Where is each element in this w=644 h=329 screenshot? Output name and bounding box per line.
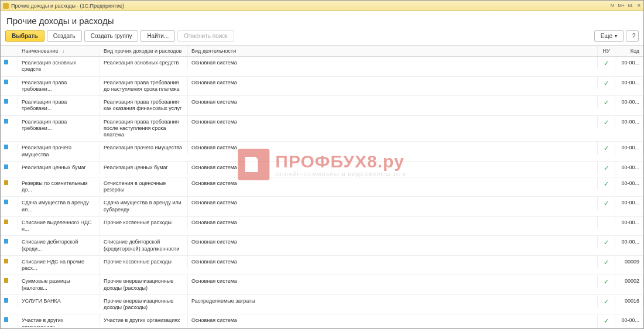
- row-type-icon: [1, 275, 18, 287]
- check-icon: ✓: [604, 317, 609, 324]
- cancel-find-button[interactable]: Отменить поиск: [177, 30, 234, 42]
- table-headers: Наименование ↓ Вид прочих доходов и расх…: [1, 46, 643, 57]
- row-code: 00-00...: [615, 116, 643, 128]
- titlebar: Прочие доходы и расходы · (1С:Предприяти…: [1, 1, 643, 11]
- row-code: 00-00...: [615, 162, 643, 174]
- table-row[interactable]: Реализация права требовани...Реализация …: [1, 96, 643, 116]
- row-code: 00016: [615, 295, 643, 307]
- row-activity: Основная система: [188, 236, 598, 248]
- help-button[interactable]: ?: [626, 30, 639, 42]
- row-name: Реализация права требовани...: [18, 116, 100, 135]
- check-icon: ✓: [604, 60, 609, 67]
- check-icon: ✓: [604, 298, 609, 305]
- chevron-down-icon: ▾: [615, 33, 617, 39]
- row-type-icon: [1, 295, 18, 307]
- row-activity: Основная система: [188, 162, 598, 174]
- row-name: Реализация ценных бумаг: [18, 162, 100, 174]
- row-type: Реализация права требования до наступлен…: [100, 77, 188, 96]
- row-type: Реализация права требования как оказания…: [100, 96, 188, 115]
- row-type: Сдача имущества в аренду или субаренду: [100, 197, 188, 216]
- toolbar: Выбрать Создать Создать группу Найти... …: [1, 29, 643, 46]
- row-type: Реализация основных средств: [100, 57, 188, 69]
- row-nu: [598, 217, 615, 222]
- mem-mminus-button[interactable]: M-: [628, 3, 633, 8]
- row-name: Списание дебиторской (креди...: [18, 236, 100, 255]
- header-code[interactable]: Код: [615, 46, 643, 56]
- row-type-icon: [1, 142, 18, 154]
- table-row[interactable]: Резервы по сомнительным до...Отчисления …: [1, 177, 643, 197]
- page-title: Прочие доходы и расходы: [1, 11, 643, 29]
- row-type-icon: [1, 162, 18, 174]
- row-type: Списание дебиторской (кредиторской) задо…: [100, 236, 188, 255]
- row-name: Реализация основных средств: [18, 57, 100, 76]
- row-type-icon: [1, 116, 18, 128]
- row-name: Реализация права требовани...: [18, 77, 100, 96]
- row-nu: ✓: [598, 162, 615, 176]
- row-name: Резервы по сомнительным до...: [18, 177, 100, 197]
- row-code: 00-00...: [615, 314, 643, 327]
- row-nu: ✓: [598, 116, 615, 130]
- create-group-button[interactable]: Создать группу: [84, 30, 139, 42]
- table-row[interactable]: Реализация ценных бумагРеализация ценных…: [1, 162, 643, 177]
- header-icon[interactable]: [1, 46, 18, 56]
- table-row[interactable]: Суммовые разницы (налогов...Прочие внере…: [1, 275, 643, 295]
- table-row[interactable]: Реализация права требовани...Реализация …: [1, 77, 643, 97]
- row-activity: Основная система: [188, 275, 598, 287]
- table-row[interactable]: Списание дебиторской (креди...Списание д…: [1, 236, 643, 256]
- more-button[interactable]: Еще ▾: [594, 30, 624, 42]
- table-row[interactable]: Списание НДС на прочие расх...Прочие кос…: [1, 256, 643, 276]
- select-button[interactable]: Выбрать: [5, 30, 44, 42]
- table-row[interactable]: Реализация права требовани...Реализация …: [1, 116, 643, 142]
- mem-m-button[interactable]: M: [611, 3, 615, 8]
- create-button[interactable]: Создать: [47, 30, 82, 42]
- row-name: УСЛУГИ БАНКА: [18, 295, 100, 307]
- row-type-icon: [1, 217, 18, 229]
- row-activity: Основная система: [188, 314, 598, 327]
- row-activity: Основная система: [188, 256, 598, 268]
- row-code: 00-00...: [615, 217, 643, 229]
- header-name[interactable]: Наименование ↓: [18, 46, 100, 56]
- row-nu: ✓: [598, 314, 615, 327]
- table-row[interactable]: Реализация основных средствРеализация ос…: [1, 57, 643, 77]
- row-name: Реализация прочего имущества: [18, 142, 100, 161]
- row-code: 00009: [615, 256, 643, 268]
- table-row[interactable]: Реализация прочего имуществаРеализация п…: [1, 142, 643, 162]
- row-nu: ✓: [598, 96, 615, 110]
- row-nu: ✓: [598, 236, 615, 250]
- titlebar-text: Прочие доходы и расходы · (1С:Предприяти…: [11, 3, 611, 9]
- app-icon: [3, 3, 9, 9]
- row-name: Участие в других организациях: [18, 314, 100, 327]
- check-icon: ✓: [604, 278, 609, 285]
- header-activity[interactable]: Вид деятельности: [188, 46, 598, 56]
- header-type[interactable]: Вид прочих доходов и расходов: [100, 46, 188, 56]
- row-activity: Основная система: [188, 116, 598, 128]
- row-type: Отчисления в оценочные резервы: [100, 177, 188, 197]
- table-row[interactable]: Списание выделенного НДС н...Прочие косв…: [1, 217, 643, 237]
- row-type-icon: [1, 96, 18, 108]
- table-row[interactable]: УСЛУГИ БАНКАПрочие внереализационные дох…: [1, 295, 643, 315]
- check-icon: ✓: [604, 164, 609, 172]
- table-row[interactable]: Участие в других организацияхУчастие в д…: [1, 314, 643, 327]
- row-code: 00002: [615, 275, 643, 287]
- check-icon: ✓: [604, 99, 609, 106]
- row-name: Реализация права требовани...: [18, 96, 100, 115]
- row-activity: Основная система: [188, 177, 598, 190]
- sort-asc-icon: ↓: [62, 49, 64, 54]
- row-activity: Основная система: [188, 217, 598, 229]
- row-nu: ✓: [598, 77, 615, 91]
- find-button[interactable]: Найти...: [141, 30, 175, 42]
- mem-mplus-button[interactable]: M+: [618, 3, 624, 8]
- header-nu[interactable]: НУ: [598, 46, 615, 56]
- row-type: Реализация прочего имущества: [100, 142, 188, 154]
- row-name: Списание НДС на прочие расх...: [18, 256, 100, 275]
- row-name: Списание выделенного НДС н...: [18, 217, 100, 236]
- app-window: Прочие доходы и расходы · (1С:Предприяти…: [0, 0, 644, 329]
- table-row[interactable]: Сдача имущества в аренду ил...Сдача имущ…: [1, 197, 643, 217]
- close-icon[interactable]: ✕: [637, 3, 641, 8]
- window-controls: M M+ M- ✕: [611, 3, 641, 8]
- row-activity: Основная система: [188, 142, 598, 154]
- row-nu: ✓: [598, 57, 615, 71]
- row-name: Суммовые разницы (налогов...: [18, 275, 100, 294]
- row-type: Участие в других организациях: [100, 314, 188, 327]
- row-nu: ✓: [598, 256, 615, 270]
